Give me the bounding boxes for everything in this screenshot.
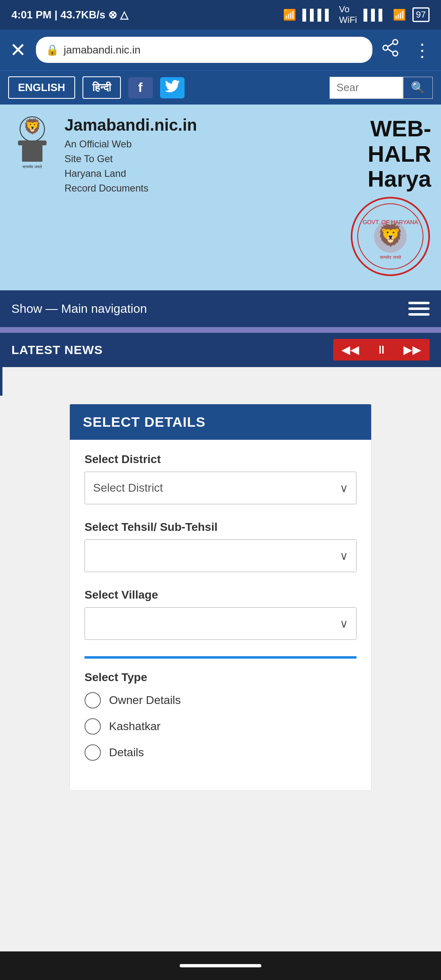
village-field: Select Village ∨: [85, 588, 356, 640]
district-label: Select District: [85, 453, 356, 466]
status-bar: 4:01 PM | 43.7KB/s ⊗ △ 📶 ▌▌▌▌ VoWiFi ▌▌▌…: [0, 0, 441, 29]
svg-point-2: [393, 51, 398, 56]
vo-wifi-icon: VoWiFi: [339, 4, 357, 25]
form-header-title: SELECT DETAILS: [83, 414, 206, 430]
hamburger-line-1: [408, 302, 430, 304]
bluetooth-icon: 📶: [283, 9, 296, 21]
district-field: Select District Select District ∨: [85, 453, 356, 504]
lock-icon: 🔒: [46, 44, 59, 56]
search-icon: 🔍: [411, 81, 425, 94]
hamburger-menu[interactable]: [408, 302, 430, 316]
browser-bar: ✕ 🔒 jamabandi.nic.in ⋮: [0, 29, 441, 70]
site-name: Jamabandi.nic.in: [65, 116, 340, 134]
main-navigation-bar[interactable]: Show — Main navigation: [0, 290, 441, 327]
svg-rect-8: [22, 145, 42, 162]
purple-divider: [0, 327, 441, 333]
facebook-icon: f: [138, 80, 143, 95]
status-right-icons: 📶 ▌▌▌▌ VoWiFi ▌▌▌ 📶 97: [283, 4, 430, 25]
news-forward-button[interactable]: ▶▶: [395, 339, 430, 361]
hindi-lang-button[interactable]: हिन्दी: [82, 76, 121, 99]
village-label: Select Village: [85, 588, 356, 601]
tehsil-select[interactable]: [85, 539, 356, 572]
village-select[interactable]: [85, 607, 356, 640]
svg-text:सत्यमेव जयते: सत्यमेव जयते: [22, 165, 42, 169]
village-select-wrapper: ∨: [85, 607, 356, 640]
share-icon[interactable]: [382, 39, 399, 61]
header-right: WEB- HALR Harya GOVT. OF HARYANA 🦁 सत्यम…: [350, 116, 431, 279]
bottom-nav-bar: [0, 951, 441, 980]
site-title-area: Jamabandi.nic.in An Official Web Site To…: [65, 116, 340, 196]
svg-text:🦁: 🦁: [23, 118, 42, 135]
news-ticker: [0, 367, 441, 396]
radio-option-owner[interactable]: Owner Details: [85, 692, 356, 708]
web-text: WEB- HALR Harya: [350, 116, 431, 192]
svg-rect-7: [18, 140, 47, 145]
search-button[interactable]: 🔍: [403, 77, 433, 99]
svg-text:सत्यमेव जयते: सत्यमेव जयते: [379, 255, 401, 260]
nav-toolbar: ENGLISH हिन्दी f 🔍: [0, 70, 441, 105]
svg-point-0: [393, 40, 398, 45]
battery-icon: 97: [412, 7, 430, 22]
news-rewind-button[interactable]: ◀◀: [333, 339, 368, 361]
search-input[interactable]: [330, 77, 403, 99]
india-emblem: 🦁 सत्यमेव जयते: [10, 116, 55, 175]
facebook-button[interactable]: f: [128, 77, 153, 98]
latest-news-label: LATEST NEWS: [11, 343, 103, 357]
signal-icon: ▌▌▌▌: [303, 9, 333, 21]
radio-option-details[interactable]: Details: [85, 744, 356, 761]
url-bar[interactable]: 🔒 jamabandi.nic.in: [36, 37, 372, 63]
type-field: Select Type Owner Details Kashatkar Deta…: [85, 671, 356, 761]
haryana-seal: GOVT. OF HARYANA 🦁 सत्यमेव जयते: [350, 196, 431, 277]
svg-point-1: [383, 45, 388, 50]
tehsil-select-wrapper: ∨: [85, 539, 356, 572]
close-tab-button[interactable]: ✕: [10, 38, 26, 61]
form-body: Select District Select District ∨ Select…: [70, 440, 371, 790]
more-options-icon[interactable]: ⋮: [413, 40, 431, 60]
district-select[interactable]: Select District: [85, 472, 356, 504]
search-area: 🔍: [330, 77, 433, 99]
bottom-indicator: [180, 964, 261, 967]
twitter-button[interactable]: [160, 77, 185, 98]
form-header: SELECT DETAILS: [70, 404, 371, 440]
hamburger-line-2: [408, 307, 430, 310]
svg-line-4: [388, 49, 393, 52]
status-time-speed: 4:01 PM | 43.7KB/s ⊗ △: [11, 9, 128, 21]
svg-text:🦁: 🦁: [377, 223, 404, 248]
nav-label: Show — Main navigation: [11, 302, 147, 316]
wifi-icon: 📶: [393, 9, 406, 21]
tehsil-label: Select Tehsil/ Sub-Tehsil: [85, 521, 356, 534]
signal-icon-2: ▌▌▌: [363, 9, 386, 21]
blue-separator: [85, 656, 356, 659]
hamburger-line-3: [408, 313, 430, 316]
radio-circle-owner: [85, 692, 101, 708]
browser-actions: ⋮: [382, 39, 431, 61]
radio-option-kashatkar[interactable]: Kashatkar: [85, 718, 356, 735]
type-label: Select Type: [85, 671, 356, 684]
tehsil-field: Select Tehsil/ Sub-Tehsil ∨: [85, 521, 356, 572]
site-tagline: An Official Web Site To Get Haryana Land…: [65, 137, 340, 196]
select-details-form: SELECT DETAILS Select District Select Di…: [69, 404, 372, 791]
radio-circle-kashatkar: [85, 718, 101, 735]
radio-label-details: Details: [109, 746, 144, 759]
district-select-wrapper: Select District ∨: [85, 472, 356, 504]
url-text: jamabandi.nic.in: [64, 44, 363, 56]
site-header: 🦁 सत्यमेव जयते Jamabandi.nic.in An Offic…: [0, 105, 441, 290]
radio-label-owner: Owner Details: [109, 694, 181, 707]
english-lang-button[interactable]: ENGLISH: [8, 76, 75, 99]
radio-label-kashatkar: Kashatkar: [109, 720, 160, 733]
news-controls: ◀◀ ⏸ ▶▶: [333, 339, 430, 361]
twitter-icon: [165, 80, 180, 95]
news-pause-button[interactable]: ⏸: [368, 339, 395, 361]
latest-news-bar: LATEST NEWS ◀◀ ⏸ ▶▶: [0, 333, 441, 367]
svg-line-3: [388, 43, 393, 47]
radio-circle-details: [85, 744, 101, 761]
